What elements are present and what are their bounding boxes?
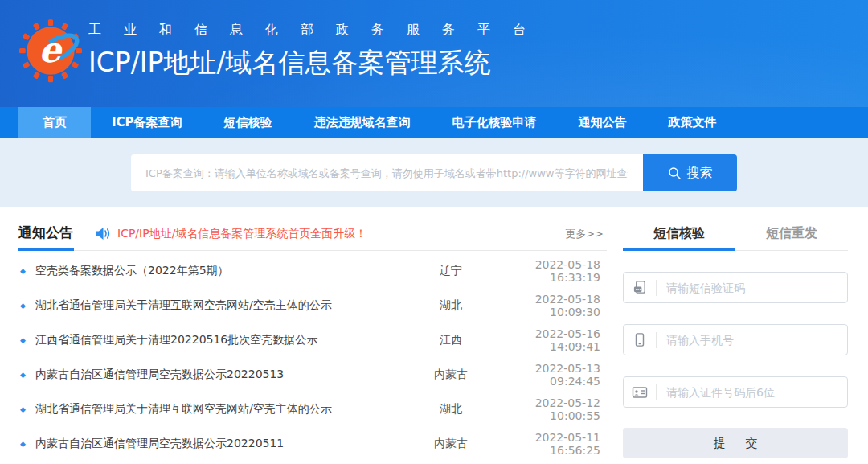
ticker-text: ICP/IP地址/域名信息备案管理系统首页全面升级！ [117, 227, 366, 241]
id-card-icon [624, 385, 656, 400]
diamond-bullet-icon: ◆ [18, 440, 35, 448]
nav-item-illegal-domain-query[interactable]: 违法违规域名查询 [293, 107, 432, 138]
list-item: ◆ 空壳类备案数据公示（2022年第5期） 辽宁 2022-05-18 16:3… [18, 253, 607, 288]
nav-item-policy-files[interactable]: 政策文件 [648, 107, 738, 138]
search-strip: 搜索 [0, 138, 868, 207]
diamond-bullet-icon: ◆ [18, 336, 35, 344]
announcement-ticker[interactable]: ICP/IP地址/域名信息备案管理系统首页全面升级！ [95, 227, 366, 241]
submit-button[interactable]: 提 交 [623, 428, 848, 458]
page-header: e 工业和信息化部政务服务平台 ICP/IP地址/域名信息备案管理系统 [0, 0, 868, 107]
province-label: 内蒙古 [414, 368, 488, 382]
province-label: 湖北 [414, 402, 488, 417]
sms-code-field [623, 272, 848, 303]
search-icon [668, 166, 682, 180]
diamond-bullet-icon: ◆ [18, 405, 35, 413]
phone-icon [624, 332, 656, 347]
province-label: 辽宁 [414, 264, 488, 278]
datetime-label: 2022-05-13 09:24:45 [488, 362, 607, 388]
datetime-label: 2022-05-18 16:33:19 [488, 258, 607, 284]
diamond-bullet-icon: ◆ [18, 302, 35, 310]
search-button-label: 搜索 [687, 165, 713, 182]
more-link[interactable]: 更多>> [565, 227, 607, 241]
nav-item-home[interactable]: 首页 [18, 107, 91, 138]
nav-item-notices[interactable]: 通知公告 [558, 107, 648, 138]
id-number-input[interactable] [657, 386, 847, 399]
list-item: ◆ 内蒙古自治区通信管理局空壳数据公示20220513 内蒙古 2022-05-… [18, 357, 607, 392]
list-item: ◆ 江西省通信管理局关于清理20220516批次空壳数据公示 江西 2022-0… [18, 322, 607, 357]
phone-field [623, 324, 848, 355]
datetime-label: 2022-05-18 10:09:30 [488, 293, 607, 318]
icp-search-input[interactable] [131, 154, 643, 191]
province-label: 内蒙古 [414, 437, 488, 451]
datetime-label: 2022-05-11 16:56:25 [488, 431, 607, 457]
platform-name: 工业和信息化部政务服务平台 [88, 22, 548, 39]
tab-sms-resend[interactable]: 短信重发 [735, 217, 848, 251]
announcement-link[interactable]: 内蒙古自治区通信管理局空壳数据公示20220511 [35, 437, 414, 451]
announcement-link[interactable]: 湖北省通信管理局关于清理互联网空壳网站/空壳主体的公示 [35, 298, 414, 313]
speaker-icon [95, 227, 110, 240]
sms-code-icon [624, 280, 656, 295]
notice-list: ◆ 空壳类备案数据公示（2022年第5期） 辽宁 2022-05-18 16:3… [18, 251, 607, 461]
announcement-link[interactable]: 江西省通信管理局关于清理20220516批次空壳数据公示 [35, 333, 414, 347]
tab-sms-verify[interactable]: 短信核验 [623, 217, 735, 251]
province-label: 湖北 [414, 298, 488, 313]
phone-input[interactable] [657, 334, 847, 347]
nav-item-sms-verify[interactable]: 短信核验 [203, 107, 293, 138]
sms-verify-panel: 短信核验 短信重发 [623, 217, 848, 461]
announcement-link[interactable]: 空壳类备案数据公示（2022年第5期） [35, 264, 414, 278]
diamond-bullet-icon: ◆ [18, 267, 35, 275]
province-label: 江西 [414, 333, 488, 347]
search-button[interactable]: 搜索 [643, 154, 737, 191]
page-title: ICP/IP地址/域名信息备案管理系统 [88, 45, 548, 81]
notice-section: 通知公告 ICP/IP地址/域名信息备案管理系统首页全面升级！ 更多>> ◆ 空… [18, 217, 607, 461]
list-item: ◆ 湖北省通信管理局关于清理互联网空壳网站/空壳主体的公示 湖北 2022-05… [18, 392, 607, 426]
nav-item-icp-query[interactable]: ICP备案查询 [91, 107, 203, 138]
main-nav: 首页 ICP备案查询 短信核验 违法违规域名查询 电子化核验申请 通知公告 政策… [0, 107, 868, 138]
notice-section-title: 通知公告 [18, 217, 74, 251]
announcement-link[interactable]: 内蒙古自治区通信管理局空壳数据公示20220513 [35, 368, 414, 382]
sms-code-input[interactable] [657, 281, 847, 294]
nav-item-e-verification[interactable]: 电子化核验申请 [432, 107, 558, 138]
gear-e-logo-icon: e [19, 14, 82, 92]
list-item: ◆ 湖北省通信管理局关于清理互联网空壳网站/空壳主体的公示 湖北 2022-05… [18, 288, 607, 322]
datetime-label: 2022-05-12 10:00:55 [488, 396, 607, 422]
id-number-field [623, 376, 848, 408]
svg-text:e: e [39, 29, 63, 70]
list-item: ◆ 内蒙古自治区通信管理局空壳数据公示20220511 内蒙古 2022-05-… [18, 426, 607, 461]
main-content: 通知公告 ICP/IP地址/域名信息备案管理系统首页全面升级！ 更多>> ◆ 空… [0, 207, 868, 461]
datetime-label: 2022-05-16 14:09:41 [488, 327, 607, 353]
announcement-link[interactable]: 湖北省通信管理局关于清理互联网空壳网站/空壳主体的公示 [35, 402, 414, 417]
diamond-bullet-icon: ◆ [18, 371, 35, 379]
